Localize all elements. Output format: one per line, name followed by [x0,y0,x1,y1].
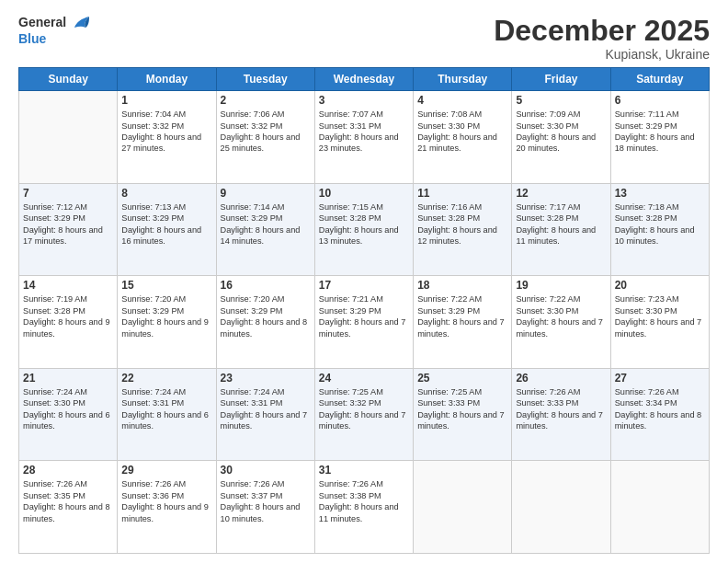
header: General Blue December 2025 Kupiansk, Ukr… [18,15,710,62]
cell-info: Sunrise: 7:25 AMSunset: 3:32 PMDaylight:… [319,386,409,432]
calendar-cell: 4Sunrise: 7:08 AMSunset: 3:30 PMDaylight… [414,91,512,184]
cell-info: Sunrise: 7:16 AMSunset: 3:28 PMDaylight:… [417,201,507,247]
cell-info: Sunrise: 7:17 AMSunset: 3:28 PMDaylight:… [516,201,606,247]
cell-info: Sunrise: 7:09 AMSunset: 3:30 PMDaylight:… [516,109,606,155]
day-number: 22 [121,372,211,385]
day-number: 28 [23,464,113,477]
day-number: 26 [516,372,606,385]
calendar-table: Sunday Monday Tuesday Wednesday Thursday… [18,67,710,554]
calendar-week-row: 28Sunrise: 7:26 AMSunset: 3:35 PMDayligh… [19,461,710,554]
day-number: 4 [417,94,507,107]
col-monday: Monday [118,68,216,91]
day-number: 23 [221,372,311,385]
day-number: 25 [417,372,507,385]
day-number: 17 [319,279,409,292]
col-sunday: Sunday [19,68,118,91]
calendar-cell: 22Sunrise: 7:24 AMSunset: 3:31 PMDayligh… [118,368,216,461]
calendar-cell: 30Sunrise: 7:26 AMSunset: 3:37 PMDayligh… [216,461,314,554]
col-tuesday: Tuesday [216,68,314,91]
day-number: 13 [615,187,705,200]
cell-info: Sunrise: 7:26 AMSunset: 3:36 PMDaylight:… [121,478,211,524]
calendar-cell: 24Sunrise: 7:25 AMSunset: 3:32 PMDayligh… [314,368,413,461]
cell-info: Sunrise: 7:07 AMSunset: 3:31 PMDaylight:… [319,109,409,155]
logo-bird-icon [71,15,91,31]
logo: General Blue [18,15,91,47]
calendar-cell: 1Sunrise: 7:04 AMSunset: 3:32 PMDaylight… [118,91,216,184]
cell-info: Sunrise: 7:26 AMSunset: 3:33 PMDaylight:… [516,386,606,432]
cell-info: Sunrise: 7:11 AMSunset: 3:29 PMDaylight:… [615,109,705,155]
calendar-cell: 19Sunrise: 7:22 AMSunset: 3:30 PMDayligh… [512,276,610,369]
day-number: 7 [23,187,113,200]
cell-info: Sunrise: 7:14 AMSunset: 3:29 PMDaylight:… [221,201,311,247]
cell-info: Sunrise: 7:12 AMSunset: 3:29 PMDaylight:… [23,201,113,247]
calendar-cell: 7Sunrise: 7:12 AMSunset: 3:29 PMDaylight… [19,183,118,276]
calendar-week-row: 7Sunrise: 7:12 AMSunset: 3:29 PMDaylight… [19,183,710,276]
calendar-cell: 11Sunrise: 7:16 AMSunset: 3:28 PMDayligh… [414,183,512,276]
day-number: 14 [23,279,113,292]
calendar-cell: 10Sunrise: 7:15 AMSunset: 3:28 PMDayligh… [314,183,413,276]
cell-info: Sunrise: 7:26 AMSunset: 3:35 PMDaylight:… [23,478,113,524]
day-number: 30 [221,464,311,477]
calendar-week-row: 14Sunrise: 7:19 AMSunset: 3:28 PMDayligh… [19,276,710,369]
calendar-header-row: Sunday Monday Tuesday Wednesday Thursday… [19,68,710,91]
calendar-cell [512,461,610,554]
cell-info: Sunrise: 7:24 AMSunset: 3:31 PMDaylight:… [121,386,211,432]
calendar-cell: 13Sunrise: 7:18 AMSunset: 3:28 PMDayligh… [610,183,709,276]
cell-info: Sunrise: 7:19 AMSunset: 3:28 PMDaylight:… [23,293,113,339]
col-thursday: Thursday [414,68,512,91]
day-number: 11 [417,187,507,200]
calendar-cell: 2Sunrise: 7:06 AMSunset: 3:32 PMDaylight… [216,91,314,184]
day-number: 19 [516,279,606,292]
day-number: 31 [319,464,409,477]
logo-blue: Blue [18,31,91,47]
calendar-cell: 3Sunrise: 7:07 AMSunset: 3:31 PMDaylight… [314,91,413,184]
day-number: 29 [121,464,211,477]
calendar-cell: 18Sunrise: 7:22 AMSunset: 3:29 PMDayligh… [414,276,512,369]
cell-info: Sunrise: 7:20 AMSunset: 3:29 PMDaylight:… [221,293,311,339]
cell-info: Sunrise: 7:21 AMSunset: 3:29 PMDaylight:… [319,293,409,339]
day-number: 10 [319,187,409,200]
day-number: 24 [319,372,409,385]
cell-info: Sunrise: 7:18 AMSunset: 3:28 PMDaylight:… [615,201,705,247]
cell-info: Sunrise: 7:24 AMSunset: 3:30 PMDaylight:… [23,386,113,432]
cell-info: Sunrise: 7:15 AMSunset: 3:28 PMDaylight:… [319,201,409,247]
col-wednesday: Wednesday [314,68,413,91]
calendar-cell: 26Sunrise: 7:26 AMSunset: 3:33 PMDayligh… [512,368,610,461]
calendar-cell [610,461,709,554]
logo-text: General Blue [18,15,91,47]
calendar-cell: 8Sunrise: 7:13 AMSunset: 3:29 PMDaylight… [118,183,216,276]
calendar-cell: 20Sunrise: 7:23 AMSunset: 3:30 PMDayligh… [610,276,709,369]
logo-general: General [18,15,66,29]
calendar-cell: 5Sunrise: 7:09 AMSunset: 3:30 PMDaylight… [512,91,610,184]
cell-info: Sunrise: 7:24 AMSunset: 3:31 PMDaylight:… [221,386,311,432]
calendar-cell: 27Sunrise: 7:26 AMSunset: 3:34 PMDayligh… [610,368,709,461]
title-area: December 2025 Kupiansk, Ukraine [494,15,710,62]
cell-info: Sunrise: 7:23 AMSunset: 3:30 PMDaylight:… [615,293,705,339]
cell-info: Sunrise: 7:06 AMSunset: 3:32 PMDaylight:… [221,109,311,155]
col-friday: Friday [512,68,610,91]
calendar-cell: 29Sunrise: 7:26 AMSunset: 3:36 PMDayligh… [118,461,216,554]
calendar-cell: 9Sunrise: 7:14 AMSunset: 3:29 PMDaylight… [216,183,314,276]
cell-info: Sunrise: 7:22 AMSunset: 3:29 PMDaylight:… [417,293,507,339]
day-number: 8 [121,187,211,200]
day-number: 6 [615,94,705,107]
calendar-cell: 12Sunrise: 7:17 AMSunset: 3:28 PMDayligh… [512,183,610,276]
day-number: 2 [221,94,311,107]
day-number: 27 [615,372,705,385]
cell-info: Sunrise: 7:08 AMSunset: 3:30 PMDaylight:… [417,109,507,155]
cell-info: Sunrise: 7:25 AMSunset: 3:33 PMDaylight:… [417,386,507,432]
cell-info: Sunrise: 7:26 AMSunset: 3:38 PMDaylight:… [319,478,409,524]
calendar-cell: 25Sunrise: 7:25 AMSunset: 3:33 PMDayligh… [414,368,512,461]
calendar-cell: 14Sunrise: 7:19 AMSunset: 3:28 PMDayligh… [19,276,118,369]
col-saturday: Saturday [610,68,709,91]
cell-info: Sunrise: 7:26 AMSunset: 3:37 PMDaylight:… [221,478,311,524]
calendar-cell: 31Sunrise: 7:26 AMSunset: 3:38 PMDayligh… [314,461,413,554]
cell-info: Sunrise: 7:04 AMSunset: 3:32 PMDaylight:… [121,109,211,155]
calendar-cell: 16Sunrise: 7:20 AMSunset: 3:29 PMDayligh… [216,276,314,369]
month-title: December 2025 [494,15,710,47]
page: General Blue December 2025 Kupiansk, Ukr… [0,0,728,563]
day-number: 5 [516,94,606,107]
calendar-cell: 6Sunrise: 7:11 AMSunset: 3:29 PMDaylight… [610,91,709,184]
calendar-cell: 17Sunrise: 7:21 AMSunset: 3:29 PMDayligh… [314,276,413,369]
day-number: 16 [221,279,311,292]
